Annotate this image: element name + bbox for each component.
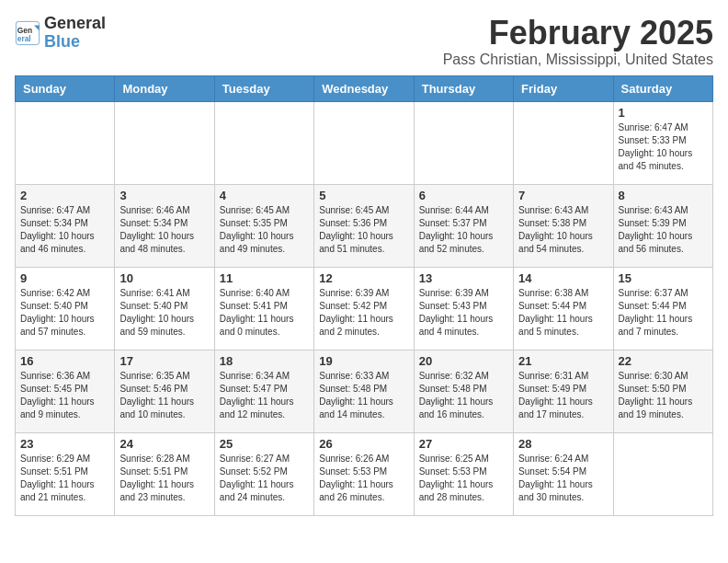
weekday-header-friday: Friday (514, 75, 613, 101)
calendar-cell: 28Sunrise: 6:24 AM Sunset: 5:54 PM Dayli… (514, 432, 613, 515)
calendar-cell (514, 101, 613, 184)
calendar-cell: 25Sunrise: 6:27 AM Sunset: 5:52 PM Dayli… (214, 432, 313, 515)
day-number: 26 (319, 437, 408, 451)
day-info: Sunrise: 6:25 AM Sunset: 5:53 PM Dayligh… (419, 453, 508, 504)
day-info: Sunrise: 6:33 AM Sunset: 5:48 PM Dayligh… (319, 370, 408, 421)
day-number: 5 (319, 189, 408, 202)
weekday-header-sunday: Sunday (16, 75, 115, 101)
weekday-header-saturday: Saturday (613, 75, 712, 101)
day-info: Sunrise: 6:42 AM Sunset: 5:40 PM Dayligh… (20, 287, 109, 339)
day-number: 13 (419, 271, 508, 285)
calendar-cell: 1Sunrise: 6:47 AM Sunset: 5:33 PM Daylig… (613, 101, 712, 184)
logo-icon: Gen eral (15, 20, 40, 46)
calendar-cell (613, 432, 712, 515)
calendar-cell: 3Sunrise: 6:46 AM Sunset: 5:34 PM Daylig… (115, 184, 214, 267)
day-number: 22 (619, 354, 708, 368)
calendar-week-row: 1Sunrise: 6:47 AM Sunset: 5:33 PM Daylig… (16, 101, 713, 184)
calendar-cell (214, 101, 313, 184)
day-info: Sunrise: 6:37 AM Sunset: 5:44 PM Dayligh… (619, 287, 708, 339)
day-info: Sunrise: 6:46 AM Sunset: 5:34 PM Dayligh… (119, 204, 209, 256)
calendar-cell: 9Sunrise: 6:42 AM Sunset: 5:40 PM Daylig… (16, 267, 115, 350)
day-number: 27 (419, 437, 508, 451)
calendar-week-row: 16Sunrise: 6:36 AM Sunset: 5:45 PM Dayli… (16, 350, 713, 432)
day-info: Sunrise: 6:43 AM Sunset: 5:39 PM Dayligh… (619, 204, 708, 256)
calendar-cell: 26Sunrise: 6:26 AM Sunset: 5:53 PM Dayli… (314, 432, 414, 515)
calendar-cell: 20Sunrise: 6:32 AM Sunset: 5:48 PM Dayli… (414, 350, 513, 432)
calendar-cell: 4Sunrise: 6:45 AM Sunset: 5:35 PM Daylig… (214, 184, 313, 267)
day-info: Sunrise: 6:45 AM Sunset: 5:36 PM Dayligh… (319, 204, 408, 256)
calendar-cell: 5Sunrise: 6:45 AM Sunset: 5:36 PM Daylig… (314, 184, 414, 267)
day-number: 14 (518, 271, 608, 285)
day-info: Sunrise: 6:29 AM Sunset: 5:51 PM Dayligh… (20, 453, 109, 504)
day-number: 21 (518, 354, 608, 368)
calendar-cell: 22Sunrise: 6:30 AM Sunset: 5:50 PM Dayli… (613, 350, 712, 432)
day-info: Sunrise: 6:35 AM Sunset: 5:46 PM Dayligh… (119, 370, 209, 421)
day-info: Sunrise: 6:36 AM Sunset: 5:45 PM Dayligh… (20, 370, 109, 421)
calendar-cell (414, 101, 513, 184)
calendar-cell: 23Sunrise: 6:29 AM Sunset: 5:51 PM Dayli… (16, 432, 115, 515)
calendar-cell: 21Sunrise: 6:31 AM Sunset: 5:49 PM Dayli… (514, 350, 613, 432)
day-info: Sunrise: 6:40 AM Sunset: 5:41 PM Dayligh… (220, 287, 309, 339)
day-info: Sunrise: 6:38 AM Sunset: 5:44 PM Dayligh… (518, 287, 608, 339)
calendar-cell (16, 101, 115, 184)
svg-text:eral: eral (17, 34, 31, 43)
day-number: 15 (619, 271, 708, 285)
title-area: February 2025 Pass Christian, Mississipp… (443, 15, 713, 68)
logo-text: General Blue (44, 15, 106, 52)
day-info: Sunrise: 6:28 AM Sunset: 5:51 PM Dayligh… (119, 453, 209, 504)
calendar-cell: 6Sunrise: 6:44 AM Sunset: 5:37 PM Daylig… (414, 184, 513, 267)
day-info: Sunrise: 6:45 AM Sunset: 5:35 PM Dayligh… (220, 204, 309, 256)
day-info: Sunrise: 6:32 AM Sunset: 5:48 PM Dayligh… (419, 370, 508, 421)
weekday-header-row: SundayMondayTuesdayWednesdayThursdayFrid… (16, 75, 713, 101)
day-number: 20 (419, 354, 508, 368)
calendar-cell (314, 101, 414, 184)
day-info: Sunrise: 6:30 AM Sunset: 5:50 PM Dayligh… (619, 370, 708, 421)
calendar-week-row: 23Sunrise: 6:29 AM Sunset: 5:51 PM Dayli… (16, 432, 713, 515)
day-number: 7 (518, 189, 608, 202)
day-number: 17 (119, 354, 209, 368)
calendar-cell: 17Sunrise: 6:35 AM Sunset: 5:46 PM Dayli… (115, 350, 214, 432)
day-number: 25 (220, 437, 309, 451)
weekday-header-tuesday: Tuesday (214, 75, 313, 101)
day-number: 3 (119, 189, 209, 202)
calendar-cell: 16Sunrise: 6:36 AM Sunset: 5:45 PM Dayli… (16, 350, 115, 432)
day-info: Sunrise: 6:31 AM Sunset: 5:49 PM Dayligh… (518, 370, 608, 421)
calendar-cell: 8Sunrise: 6:43 AM Sunset: 5:39 PM Daylig… (613, 184, 712, 267)
day-number: 9 (20, 271, 109, 285)
calendar-cell: 12Sunrise: 6:39 AM Sunset: 5:42 PM Dayli… (314, 267, 414, 350)
day-info: Sunrise: 6:24 AM Sunset: 5:54 PM Dayligh… (518, 453, 608, 504)
day-number: 19 (319, 354, 408, 368)
location-title: Pass Christian, Mississippi, United Stat… (443, 52, 713, 68)
calendar-cell: 13Sunrise: 6:39 AM Sunset: 5:43 PM Dayli… (414, 267, 513, 350)
day-info: Sunrise: 6:39 AM Sunset: 5:42 PM Dayligh… (319, 287, 408, 339)
calendar-cell: 27Sunrise: 6:25 AM Sunset: 5:53 PM Dayli… (414, 432, 513, 515)
day-info: Sunrise: 6:43 AM Sunset: 5:38 PM Dayligh… (518, 204, 608, 256)
calendar-cell: 7Sunrise: 6:43 AM Sunset: 5:38 PM Daylig… (514, 184, 613, 267)
day-info: Sunrise: 6:41 AM Sunset: 5:40 PM Dayligh… (119, 287, 209, 339)
weekday-header-monday: Monday (115, 75, 214, 101)
calendar-cell: 11Sunrise: 6:40 AM Sunset: 5:41 PM Dayli… (214, 267, 313, 350)
day-number: 23 (20, 437, 109, 451)
day-number: 28 (518, 437, 608, 451)
day-number: 11 (220, 271, 309, 285)
calendar-cell: 24Sunrise: 6:28 AM Sunset: 5:51 PM Dayli… (115, 432, 214, 515)
calendar-table: SundayMondayTuesdayWednesdayThursdayFrid… (15, 75, 713, 516)
weekday-header-thursday: Thursday (414, 75, 513, 101)
day-info: Sunrise: 6:47 AM Sunset: 5:33 PM Dayligh… (619, 121, 708, 173)
calendar-cell (115, 101, 214, 184)
calendar-body: 1Sunrise: 6:47 AM Sunset: 5:33 PM Daylig… (16, 101, 713, 515)
page-header: Gen eral General Blue February 2025 Pass… (15, 15, 713, 68)
day-info: Sunrise: 6:34 AM Sunset: 5:47 PM Dayligh… (220, 370, 309, 421)
calendar-week-row: 9Sunrise: 6:42 AM Sunset: 5:40 PM Daylig… (16, 267, 713, 350)
day-number: 2 (20, 189, 109, 202)
day-info: Sunrise: 6:44 AM Sunset: 5:37 PM Dayligh… (419, 204, 508, 256)
weekday-header-wednesday: Wednesday (314, 75, 414, 101)
logo: Gen eral General Blue (15, 15, 106, 52)
day-number: 8 (619, 189, 708, 202)
day-number: 12 (319, 271, 408, 285)
day-number: 1 (619, 106, 708, 120)
calendar-cell: 14Sunrise: 6:38 AM Sunset: 5:44 PM Dayli… (514, 267, 613, 350)
calendar-cell: 18Sunrise: 6:34 AM Sunset: 5:47 PM Dayli… (214, 350, 313, 432)
calendar-cell: 2Sunrise: 6:47 AM Sunset: 5:34 PM Daylig… (16, 184, 115, 267)
day-info: Sunrise: 6:47 AM Sunset: 5:34 PM Dayligh… (20, 204, 109, 256)
